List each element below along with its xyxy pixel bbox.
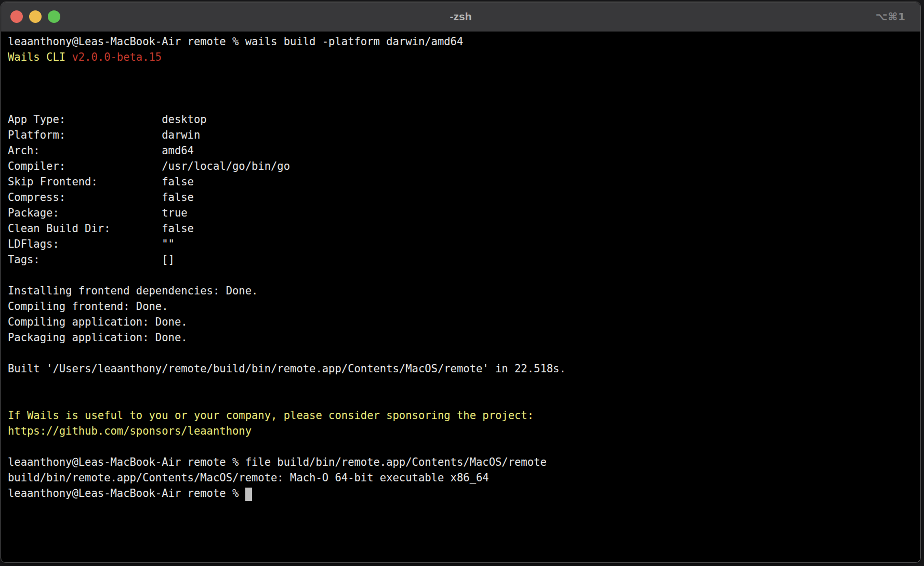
terminal-text: Compiler: /usr/local/go/bin/go [8,160,290,172]
terminal-line: Installing frontend dependencies: Done. [8,283,920,299]
terminal-line [8,376,920,392]
terminal-text: leaanthony@Leas-MacBook-Air remote % wai… [8,35,463,48]
terminal-line: Clean Build Dir: false [8,221,920,236]
terminal-text: v2.0.0-beta.15 [72,51,162,63]
terminal-screen[interactable]: leaanthony@Leas-MacBook-Air remote % wai… [1,32,920,501]
terminal-text: If Wails is useful to you or your compan… [8,409,534,422]
terminal-text: Clean Build Dir: false [8,222,194,235]
terminal-text: Wails CLI [8,51,72,63]
minimize-button[interactable] [29,10,42,23]
traffic-lights [1,10,60,23]
terminal-line: Tags: [] [8,252,920,267]
terminal-text: leaanthony@Leas-MacBook-Air remote % [8,487,245,500]
terminal-text: Compiling application: Done. [8,316,188,328]
terminal-cursor [245,488,252,501]
terminal-line [8,267,920,283]
terminal-text: LDFlags: "" [8,238,175,250]
terminal-text: Installing frontend dependencies: Done. [8,285,258,297]
terminal-line: Compress: false [8,190,920,205]
terminal-line: leaanthony@Leas-MacBook-Air remote % fil… [8,454,920,470]
terminal-line: App Type: desktop [8,112,920,127]
terminal-line: Skip Frontend: false [8,174,920,190]
terminal-text: App Type: desktop [8,113,207,126]
terminal-text: Built '/Users/leaanthony/remote/build/bi… [8,362,566,375]
terminal-line: leaanthony@Leas-MacBook-Air remote % wai… [8,34,920,49]
terminal-line: https://github.com/sponsors/leaanthony [8,423,920,439]
terminal-line: Packaging application: Done. [8,330,920,345]
zoom-button[interactable] [48,10,60,23]
terminal-text: https://github.com/sponsors/leaanthony [8,425,252,437]
terminal-line: Wails CLI v2.0.0-beta.15 [8,49,920,65]
terminal-line [8,80,920,96]
terminal-text: Package: true [8,207,188,219]
terminal-line: LDFlags: "" [8,236,920,252]
terminal-text: Compiling frontend: Done. [8,300,168,313]
terminal-line: build/bin/remote.app/Contents/MacOS/remo… [8,470,920,486]
terminal-line [8,96,920,112]
window-shortcut-hint: ⌥⌘1 [875,2,906,31]
terminal-window: -zsh ⌥⌘1 leaanthony@Leas-MacBook-Air rem… [1,2,921,563]
terminal-line: If Wails is useful to you or your compan… [8,408,920,423]
close-button[interactable] [10,10,23,23]
terminal-line [8,65,920,80]
terminal-line: Compiling frontend: Done. [8,299,920,314]
terminal-line: leaanthony@Leas-MacBook-Air remote % [8,486,920,501]
terminal-line: Arch: amd64 [8,143,920,158]
terminal-text: Compress: false [8,191,194,204]
terminal-text: Arch: amd64 [8,144,194,157]
window-title: -zsh [1,2,920,31]
terminal-text: Packaging application: Done. [8,331,188,344]
titlebar[interactable]: -zsh ⌥⌘1 [1,2,920,32]
terminal-text: Tags: [] [8,253,175,266]
terminal-line [8,439,920,454]
terminal-line: Compiling application: Done. [8,314,920,330]
terminal-text: leaanthony@Leas-MacBook-Air remote % fil… [8,456,547,468]
terminal-line: Compiler: /usr/local/go/bin/go [8,158,920,174]
terminal-text: Platform: darwin [8,129,200,141]
terminal-line: Package: true [8,205,920,221]
terminal-text: build/bin/remote.app/Contents/MacOS/remo… [8,471,489,484]
terminal-text: Skip Frontend: false [8,176,194,188]
terminal-line [8,345,920,361]
terminal-line [8,392,920,408]
terminal-line: Built '/Users/leaanthony/remote/build/bi… [8,361,920,376]
terminal-line: Platform: darwin [8,127,920,143]
